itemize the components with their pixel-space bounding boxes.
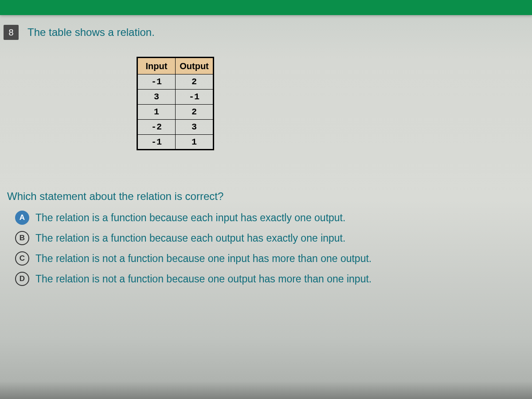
question-number: 8 — [8, 27, 13, 38]
table-row: 1 2 — [137, 105, 214, 120]
choice-b[interactable]: B The relation is a function because eac… — [15, 231, 523, 245]
col-header-input: Input — [137, 58, 176, 74]
question-number-badge: 8 — [4, 25, 19, 40]
choice-a[interactable]: A The relation is a function because eac… — [15, 211, 523, 225]
cell-output: -1 — [176, 90, 214, 105]
cell-output: 2 — [176, 105, 214, 120]
choice-letter-badge: D — [15, 272, 29, 286]
choice-letter-badge: A — [15, 211, 29, 225]
bottom-shadow — [0, 381, 532, 399]
question-intro-text: The table shows a relation. — [27, 26, 155, 39]
cell-input: -2 — [137, 120, 176, 135]
choice-letter-badge: B — [15, 231, 29, 245]
cell-output: 2 — [176, 74, 214, 90]
choice-text: The relation is not a function because o… — [35, 273, 372, 285]
table-row: -2 3 — [137, 120, 214, 135]
cell-input: -1 — [137, 135, 176, 150]
cell-input: 3 — [137, 90, 176, 105]
choice-letter: D — [20, 274, 25, 283]
app-top-bar — [0, 0, 532, 15]
question-content: 8 The table shows a relation. Input Outp… — [4, 25, 523, 292]
cell-input: -1 — [137, 74, 176, 90]
choice-text: The relation is not a function because o… — [35, 253, 372, 265]
table-row: 3 -1 — [137, 90, 214, 105]
relation-table: Input Output -1 2 3 -1 1 2 -2 — [137, 57, 214, 150]
choice-letter-badge: C — [15, 251, 29, 266]
cell-output: 1 — [176, 135, 214, 150]
answer-choices: A The relation is a function because eac… — [15, 211, 523, 286]
choice-text: The relation is a function because each … — [35, 232, 345, 244]
choice-letter: B — [20, 234, 25, 243]
cell-output: 3 — [176, 120, 214, 135]
choice-letter: A — [20, 213, 25, 222]
table-row: -1 1 — [137, 135, 214, 150]
cell-input: 1 — [137, 105, 176, 120]
choice-letter: C — [20, 254, 25, 263]
relation-table-container: Input Output -1 2 3 -1 1 2 -2 — [137, 57, 523, 150]
table-header-row: Input Output — [137, 58, 214, 74]
choice-text: The relation is a function because each … — [35, 212, 345, 224]
table-row: -1 2 — [137, 74, 214, 90]
question-prompt: Which statement about the relation is co… — [7, 190, 523, 203]
question-header: 8 The table shows a relation. — [4, 25, 523, 40]
col-header-output: Output — [176, 58, 214, 74]
choice-c[interactable]: C The relation is not a function because… — [15, 251, 523, 266]
choice-d[interactable]: D The relation is not a function because… — [15, 272, 523, 286]
